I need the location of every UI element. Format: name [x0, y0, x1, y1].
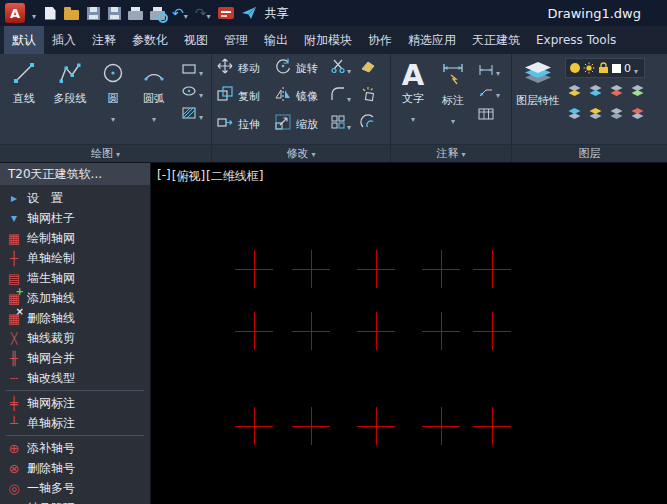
polyline-tool[interactable]: 多段线	[46, 56, 94, 105]
mirror-tool[interactable]: 镜像	[274, 83, 330, 109]
palette-item-multi-axis-no[interactable]: 一轴多号	[0, 478, 150, 498]
erase-tool[interactable]	[360, 58, 388, 78]
trim-dropdown-arrow-icon[interactable]	[347, 59, 351, 78]
stretch-tool[interactable]: 拉伸	[216, 111, 274, 137]
palette-item-add-axis-no[interactable]: 添补轴号	[0, 438, 150, 458]
layer-freeze-tool-icon[interactable]	[609, 82, 624, 101]
grid-icon	[6, 230, 22, 246]
tab-manage[interactable]: 管理	[216, 26, 256, 54]
undo-icon[interactable]: ↶	[172, 5, 188, 21]
layer-dropdown[interactable]: 0	[565, 58, 645, 78]
rotate-tool[interactable]: 旋转	[274, 55, 330, 81]
text-dropdown-arrow-icon[interactable]	[411, 107, 415, 126]
tab-addins[interactable]: 附加模块	[296, 26, 360, 54]
rectangle-dropdown-arrow-icon[interactable]	[199, 61, 203, 80]
palette-item-axis-no-toggle[interactable]: 轴号隐现	[0, 498, 150, 504]
palette-item-single-axis-dim[interactable]: 单轴标注	[0, 413, 150, 433]
trim-tool[interactable]	[330, 58, 360, 78]
share-plane-icon[interactable]	[241, 5, 257, 21]
palette-item-clip-axis[interactable]: 轴线裁剪	[0, 328, 150, 348]
hatch-dropdown-arrow-icon[interactable]	[199, 105, 203, 124]
layer-walk-tool-icon[interactable]	[588, 105, 603, 124]
scale-tool[interactable]: 缩放	[274, 111, 330, 137]
line-tool[interactable]: 直线	[2, 56, 46, 105]
dwf-badge-icon[interactable]	[218, 5, 234, 21]
leader-arrow-icon[interactable]	[496, 83, 500, 102]
tab-express-tools[interactable]: Express Tools	[528, 26, 624, 54]
dimension-dropdown-arrow-icon[interactable]	[451, 109, 455, 128]
drawing-canvas[interactable]: [-] [俯视] [二维线框]	[151, 163, 667, 504]
layer-lock-tool-icon[interactable]	[630, 82, 645, 101]
table-tool[interactable]	[476, 106, 502, 123]
leader-tool[interactable]	[476, 84, 502, 101]
modify-panel-menu[interactable]: 修改	[212, 144, 390, 162]
app-menu-arrow-icon[interactable]	[32, 4, 36, 23]
layer-merge-tool-icon[interactable]	[630, 105, 645, 124]
viewport-minimize-control[interactable]: [-]	[157, 168, 171, 185]
arc-tool[interactable]: 圆弧	[132, 56, 176, 126]
draw-panel-menu[interactable]: 绘图	[0, 144, 211, 162]
linear-dimension-arrow-icon[interactable]	[496, 61, 500, 80]
linear-dimension-tool[interactable]	[476, 62, 502, 79]
palette-item-add-axis[interactable]: 添加轴线	[0, 288, 150, 308]
layer-off-tool-icon[interactable]	[567, 82, 582, 101]
tab-parametric[interactable]: 参数化	[124, 26, 176, 54]
palette-item-draw-grid[interactable]: 绘制轴网	[0, 228, 150, 248]
layers-panel-menu[interactable]: 图层	[512, 144, 667, 162]
current-layer-value: 0	[624, 62, 631, 75]
palette-item-delete-axis-no[interactable]: 删除轴号	[0, 458, 150, 478]
tab-tianzheng[interactable]: 天正建筑	[464, 26, 528, 54]
tab-insert[interactable]: 插入	[44, 26, 84, 54]
circle-tool[interactable]: 圆	[94, 56, 132, 126]
layer-match-tool-icon[interactable]	[567, 105, 582, 124]
palette-item-grid-column[interactable]: 轴网柱子	[0, 208, 150, 228]
palette-item-settings[interactable]: 设 置	[0, 188, 150, 208]
open-file-icon[interactable]	[64, 5, 79, 21]
share-button[interactable]: 共享	[265, 5, 289, 22]
axis-cross	[292, 312, 330, 350]
tab-home[interactable]: 默认	[4, 26, 44, 54]
explode-tool[interactable]	[360, 86, 388, 106]
tab-annotate[interactable]: 注释	[84, 26, 124, 54]
tab-collaborate[interactable]: 协作	[360, 26, 400, 54]
save-icon[interactable]	[86, 5, 100, 21]
new-file-icon[interactable]	[43, 5, 57, 21]
layer-isolate-tool-icon[interactable]	[588, 82, 603, 101]
arc-dropdown-arrow-icon[interactable]	[152, 107, 156, 126]
layer-state-tool-icon[interactable]	[609, 105, 624, 124]
palette-item-axis-linetype[interactable]: 轴改线型	[0, 368, 150, 388]
mirror-label: 镜像	[296, 89, 318, 104]
palette-item-grid-dim[interactable]: 轴网标注	[0, 393, 150, 413]
array-tool[interactable]	[330, 114, 360, 134]
plot-icon[interactable]	[128, 5, 143, 21]
dimension-tool[interactable]: 标注	[433, 56, 473, 128]
rectangle-tool[interactable]	[179, 62, 205, 79]
text-tool[interactable]: A 文字	[393, 56, 433, 126]
viewport-view-control[interactable]: [俯视]	[172, 168, 205, 185]
copy-tool[interactable]: 复制	[216, 83, 274, 109]
palette-item-label: 单轴绘制	[27, 250, 75, 267]
ellipse-dropdown-arrow-icon[interactable]	[199, 83, 203, 102]
viewport-visual-style-control[interactable]: [二维线框]	[206, 168, 263, 185]
palette-item-wall-grid[interactable]: 墙生轴网	[0, 268, 150, 288]
app-logo-icon[interactable]: A	[5, 3, 25, 23]
plot-preview-icon[interactable]	[150, 5, 165, 21]
save-as-icon[interactable]	[107, 5, 121, 21]
ellipse-tool[interactable]	[179, 84, 205, 101]
fillet-tool[interactable]	[330, 86, 360, 106]
tab-featured-apps[interactable]: 精选应用	[400, 26, 464, 54]
palette-item-merge-grid[interactable]: 轴网合并	[0, 348, 150, 368]
tab-output[interactable]: 输出	[256, 26, 296, 54]
palette-item-single-axis[interactable]: 单轴绘制	[0, 248, 150, 268]
offset-tool[interactable]	[360, 114, 388, 134]
tab-view[interactable]: 视图	[176, 26, 216, 54]
hatch-tool[interactable]	[179, 106, 205, 123]
fillet-dropdown-arrow-icon[interactable]	[347, 87, 351, 106]
array-dropdown-arrow-icon[interactable]	[347, 115, 351, 134]
annotate-panel-menu[interactable]: 注释	[391, 144, 511, 162]
layer-properties-tool[interactable]: 图层特性	[515, 56, 561, 107]
redo-icon[interactable]: ↷	[195, 5, 211, 21]
palette-item-delete-axis[interactable]: 删除轴线	[0, 308, 150, 328]
move-tool[interactable]: 移动	[216, 55, 274, 81]
circle-dropdown-arrow-icon[interactable]	[111, 107, 115, 126]
